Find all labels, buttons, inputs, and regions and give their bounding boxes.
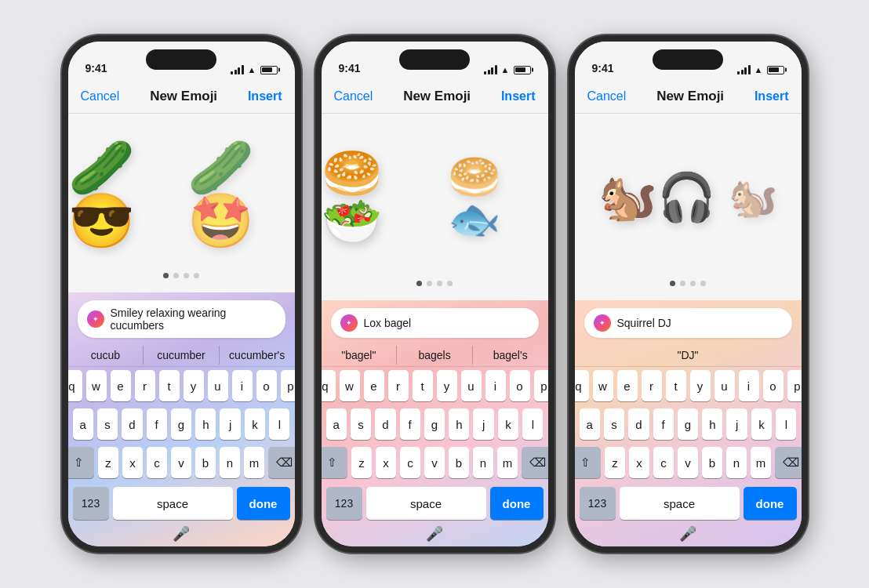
key-x-3[interactable]: x: [629, 447, 649, 478]
key-e-1[interactable]: e: [111, 370, 131, 401]
key-b-2[interactable]: b: [449, 447, 469, 478]
emoji-2-primary[interactable]: 🥯🥗: [322, 149, 436, 246]
key-d-1[interactable]: d: [122, 408, 142, 440]
key-l-3[interactable]: l: [776, 408, 796, 440]
emoji-3-primary[interactable]: 🐿️🎧: [598, 174, 716, 221]
autocomplete-1-1[interactable]: cucub: [68, 346, 144, 365]
mic-icon-2[interactable]: 🎤: [426, 525, 443, 543]
key-g-3[interactable]: g: [678, 408, 698, 440]
key-v-1[interactable]: v: [171, 447, 191, 478]
key-u-2[interactable]: u: [461, 370, 482, 401]
search-field-3[interactable]: Squirrel DJ: [584, 308, 792, 338]
key-d-2[interactable]: d: [375, 408, 395, 440]
key-m-3[interactable]: m: [751, 447, 771, 478]
key-j-1[interactable]: j: [220, 408, 240, 440]
key-a-2[interactable]: a: [326, 408, 347, 440]
key-q-1[interactable]: q: [62, 370, 82, 401]
key-c-1[interactable]: c: [147, 447, 167, 478]
key-m-2[interactable]: m: [497, 447, 518, 478]
key-k-1[interactable]: k: [245, 408, 265, 440]
key-d-3[interactable]: d: [628, 408, 649, 440]
key-h-1[interactable]: h: [195, 408, 216, 440]
key-t-2[interactable]: t: [413, 370, 433, 401]
key-n-1[interactable]: n: [220, 447, 240, 478]
key-y-2[interactable]: y: [437, 370, 457, 401]
key-shift-3[interactable]: ⇧: [569, 447, 601, 478]
key-i-1[interactable]: i: [232, 370, 253, 401]
key-delete-2[interactable]: ⌫: [522, 447, 553, 478]
key-r-1[interactable]: r: [135, 370, 155, 401]
key-delete-3[interactable]: ⌫: [775, 447, 806, 478]
insert-button-2[interactable]: Insert: [501, 89, 536, 103]
cancel-button-2[interactable]: Cancel: [334, 89, 373, 103]
key-done-2[interactable]: done: [490, 487, 544, 520]
key-s-1[interactable]: s: [97, 408, 118, 440]
key-w-2[interactable]: w: [340, 370, 360, 401]
key-y-1[interactable]: y: [184, 370, 204, 401]
key-e-3[interactable]: e: [617, 370, 638, 401]
key-space-2[interactable]: space: [366, 487, 486, 520]
key-o-1[interactable]: o: [256, 370, 277, 401]
key-s-2[interactable]: s: [351, 408, 371, 440]
key-x-2[interactable]: x: [376, 447, 396, 478]
key-p-2[interactable]: p: [534, 370, 554, 401]
key-p-3[interactable]: p: [787, 370, 808, 401]
key-v-2[interactable]: v: [424, 447, 445, 478]
key-c-2[interactable]: c: [400, 447, 420, 478]
key-k-3[interactable]: k: [751, 408, 772, 440]
cancel-button-3[interactable]: Cancel: [587, 89, 627, 103]
key-done-1[interactable]: done: [237, 487, 290, 520]
key-o-2[interactable]: o: [510, 370, 530, 401]
key-r-2[interactable]: r: [388, 370, 409, 401]
key-z-1[interactable]: z: [98, 447, 118, 478]
autocomplete-3-1[interactable]: "DJ": [575, 346, 802, 365]
key-g-1[interactable]: g: [171, 408, 191, 440]
autocomplete-1-3[interactable]: cucumber's: [220, 346, 295, 365]
insert-button-3[interactable]: Insert: [754, 89, 789, 103]
key-space-3[interactable]: space: [620, 487, 740, 520]
key-q-3[interactable]: q: [569, 370, 589, 401]
key-z-3[interactable]: z: [605, 447, 625, 478]
key-delete-1[interactable]: ⌫: [268, 447, 300, 478]
key-w-3[interactable]: w: [593, 370, 613, 401]
key-u-3[interactable]: u: [714, 370, 735, 401]
key-n-3[interactable]: n: [726, 447, 747, 478]
emoji-2-secondary[interactable]: 🥯🐟: [448, 155, 547, 240]
key-h-3[interactable]: h: [702, 408, 722, 440]
key-r-3[interactable]: r: [642, 370, 662, 401]
key-a-3[interactable]: a: [580, 408, 600, 440]
key-i-2[interactable]: i: [485, 370, 506, 401]
key-l-2[interactable]: l: [522, 408, 543, 440]
key-l-1[interactable]: l: [269, 408, 289, 440]
key-t-3[interactable]: t: [666, 370, 686, 401]
emoji-1-primary[interactable]: 🥒😎: [68, 140, 176, 247]
mic-icon-1[interactable]: 🎤: [173, 525, 190, 543]
autocomplete-2-2[interactable]: bagels: [397, 346, 473, 365]
key-y-3[interactable]: y: [690, 370, 711, 401]
key-s-3[interactable]: s: [604, 408, 624, 440]
key-w-1[interactable]: w: [86, 370, 107, 401]
key-done-3[interactable]: done: [744, 487, 797, 520]
autocomplete-2-3[interactable]: bagel's: [473, 346, 548, 365]
key-n-2[interactable]: n: [473, 447, 493, 478]
key-o-3[interactable]: o: [763, 370, 784, 401]
insert-button-1[interactable]: Insert: [248, 89, 282, 103]
mic-icon-3[interactable]: 🎤: [679, 525, 696, 543]
search-field-2[interactable]: Lox bagel: [331, 308, 539, 338]
search-field-1[interactable]: Smiley relaxing wearing cucumbers: [78, 300, 285, 338]
key-i-3[interactable]: i: [739, 370, 759, 401]
key-b-3[interactable]: b: [702, 447, 722, 478]
key-123-1[interactable]: 123: [73, 487, 109, 520]
key-q-2[interactable]: q: [315, 370, 336, 401]
emoji-1-secondary[interactable]: 🥒🤩: [187, 140, 295, 247]
key-shift-2[interactable]: ⇧: [316, 447, 347, 478]
cancel-button-1[interactable]: Cancel: [81, 89, 120, 103]
key-123-3[interactable]: 123: [580, 487, 616, 520]
key-j-2[interactable]: j: [473, 408, 493, 440]
autocomplete-2-1[interactable]: "bagel": [322, 346, 398, 365]
key-shift-1[interactable]: ⇧: [63, 447, 94, 478]
key-z-2[interactable]: z: [351, 447, 372, 478]
key-f-1[interactable]: f: [147, 408, 167, 440]
key-p-1[interactable]: p: [281, 370, 301, 401]
key-m-1[interactable]: m: [244, 447, 264, 478]
